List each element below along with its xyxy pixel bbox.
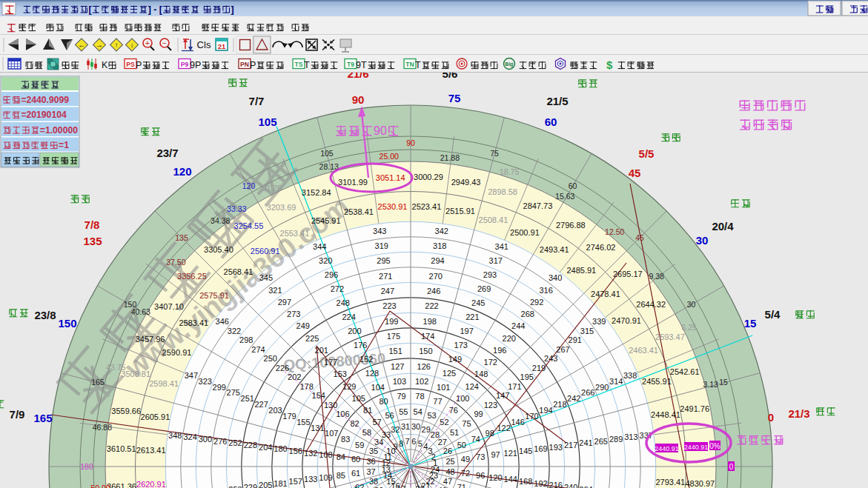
svg-text:48: 48 [445,467,454,476]
svg-text:151: 151 [388,347,402,355]
svg-text:200: 200 [348,327,361,335]
svg-text:33.33: 33.33 [227,204,246,213]
svg-text:342: 342 [435,227,448,235]
svg-text:12.50: 12.50 [605,227,624,236]
svg-text:248: 248 [337,298,350,307]
svg-text:219: 219 [532,364,546,372]
svg-text:323: 323 [199,377,212,386]
svg-text:P9: P9 [181,61,189,68]
svg-text:178: 178 [299,382,313,391]
svg-text:2793.41: 2793.41 [655,478,685,487]
svg-text:30: 30 [687,300,696,309]
svg-text:PS: PS [126,61,135,68]
svg-text:105: 105 [258,116,276,128]
svg-text:72: 72 [461,469,470,478]
svg-text:2455.91: 2455.91 [642,377,672,386]
svg-text:75: 75 [462,419,471,428]
svg-text:198: 198 [423,317,437,326]
svg-text:269: 269 [477,284,491,293]
svg-text:250: 250 [264,354,277,363]
svg-text:47: 47 [443,477,452,486]
svg-text:120: 120 [488,473,502,482]
svg-text:20/4: 20/4 [712,220,734,233]
svg-text:23/8: 23/8 [34,309,56,321]
svg-text:6.25: 6.25 [681,323,697,332]
svg-text:7: 7 [405,437,410,446]
svg-text:105: 105 [320,149,334,158]
svg-text:2491.76: 2491.76 [680,404,709,413]
svg-text:2575.91: 2575.91 [199,291,229,300]
svg-text:TS: TS [295,61,303,68]
svg-text:340: 340 [549,273,562,282]
svg-text:5/5: 5/5 [639,147,655,160]
svg-text:173: 173 [454,341,468,350]
svg-text:149: 149 [448,355,462,364]
svg-text:99: 99 [474,410,483,418]
svg-text:150: 150 [124,300,137,309]
svg-text:60: 60 [545,116,557,128]
svg-text:244: 244 [511,321,525,330]
svg-text:316: 316 [539,286,552,295]
svg-text:43.75: 43.75 [106,363,125,372]
svg-text:347: 347 [185,371,198,380]
svg-text:0: 0 [729,463,734,471]
svg-text:15.63: 15.63 [555,192,574,201]
svg-text:61: 61 [351,469,360,478]
svg-text:338: 338 [623,371,637,380]
svg-text:147: 147 [496,391,509,400]
svg-text:2620.91: 2620.91 [136,480,166,488]
svg-text:125: 125 [443,369,456,378]
svg-text:3: 3 [428,447,433,455]
svg-text:K: K [102,60,108,70]
svg-text:297: 297 [278,298,291,307]
svg-text:251: 251 [241,394,254,403]
svg-text:2605.91: 2605.91 [141,412,170,421]
svg-text:223: 223 [382,301,396,310]
svg-text:60: 60 [351,455,360,464]
svg-text:2470.91: 2470.91 [612,316,641,325]
svg-text:=1: =1 [59,140,69,150]
svg-text:240: 240 [564,483,577,488]
svg-text:127: 127 [391,362,404,371]
svg-text:222: 222 [425,301,438,310]
svg-text:203: 203 [268,406,282,415]
svg-text:2553.41: 2553.41 [280,229,310,238]
svg-text:242: 242 [567,394,580,403]
svg-text:341: 341 [495,242,508,251]
svg-text:296: 296 [325,270,338,279]
svg-text:103: 103 [393,377,406,386]
svg-text:2598.41: 2598.41 [149,379,179,388]
svg-text:2530.91: 2530.91 [378,202,408,211]
svg-text:4: 4 [423,442,428,451]
svg-text:153: 153 [334,370,347,378]
svg-text:2560.91: 2560.91 [251,247,280,255]
svg-text:5: 5 [418,439,423,448]
svg-text:71: 71 [457,483,466,488]
svg-text:2644.32: 2644.32 [636,300,666,309]
svg-text:168: 168 [519,477,532,486]
svg-text:266: 266 [581,388,594,397]
svg-text:3610.51: 3610.51 [107,444,136,453]
svg-text:300: 300 [199,435,212,444]
svg-text:192: 192 [534,479,547,488]
svg-text:98: 98 [486,429,494,438]
svg-text:293: 293 [483,270,497,279]
svg-text:15: 15 [744,317,757,330]
svg-text:150: 150 [419,347,432,355]
svg-text:202: 202 [288,372,301,381]
svg-text:224: 224 [342,312,355,321]
svg-text:2695.17: 2695.17 [613,270,643,278]
svg-text:2593.47: 2593.47 [655,332,685,341]
svg-text:121: 121 [504,449,517,458]
svg-text:50: 50 [457,441,466,449]
svg-text:129: 129 [342,382,356,391]
svg-text:62: 62 [355,483,364,488]
svg-text:T: T [304,60,310,70]
svg-text:179: 179 [282,412,296,421]
svg-text:324: 324 [183,432,196,441]
svg-text:15: 15 [719,378,728,387]
svg-text:218: 218 [553,400,566,409]
svg-text:57: 57 [372,418,381,427]
svg-text:157: 157 [289,477,302,486]
svg-text:5/4: 5/4 [765,308,781,321]
